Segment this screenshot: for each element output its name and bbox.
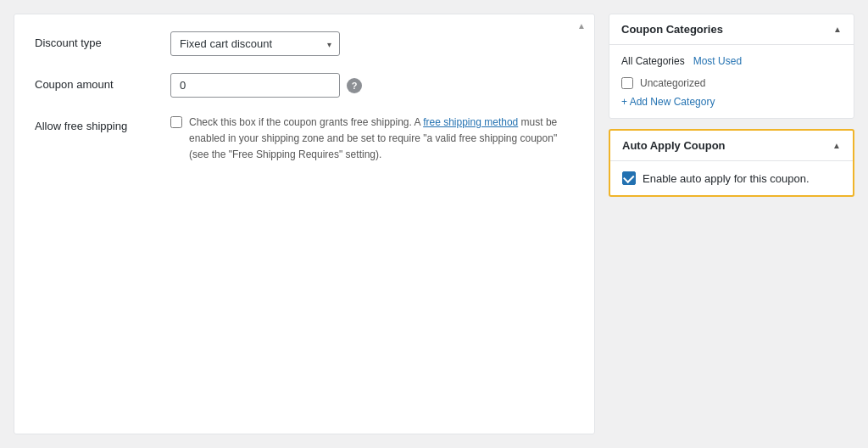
coupon-amount-label: Coupon amount [35, 73, 170, 91]
coupon-amount-row: Coupon amount ? [35, 73, 574, 98]
auto-apply-checkbox-checked[interactable] [622, 171, 636, 185]
coupon-categories-arrow-icon[interactable]: ▲ [833, 25, 842, 34]
coupon-amount-help-icon[interactable]: ? [347, 78, 362, 93]
coupon-categories-title: Coupon Categories [621, 23, 723, 36]
coupon-categories-box: Coupon Categories ▲ All Categories Most … [609, 14, 854, 119]
discount-type-select-wrapper: Fixed cart discount Percentage discount … [170, 31, 340, 56]
coupon-categories-header: Coupon Categories ▲ [609, 14, 854, 45]
scroll-up-arrow[interactable]: ▲ [577, 21, 586, 31]
free-shipping-checkbox-label[interactable]: Check this box if the coupon grants free… [170, 115, 574, 164]
coupon-amount-field: ? [170, 73, 574, 98]
category-uncategorized-label: Uncategorized [640, 77, 705, 89]
auto-apply-content: Enable auto apply for this coupon. [610, 161, 853, 195]
add-new-category-link[interactable]: + Add New Category [621, 96, 842, 108]
auto-apply-arrow-icon[interactable]: ▲ [832, 141, 841, 150]
tab-most-used[interactable]: Most Used [693, 55, 742, 67]
allow-free-shipping-row: Allow free shipping Check this box if th… [35, 115, 574, 164]
category-tabs: All Categories Most Used [621, 55, 842, 67]
auto-apply-enable-label: Enable auto apply for this coupon. [643, 172, 810, 185]
tab-all-categories[interactable]: All Categories [621, 55, 685, 67]
auto-apply-header: Auto Apply Coupon ▲ [610, 131, 853, 161]
category-uncategorized-item: Uncategorized [621, 77, 842, 89]
auto-apply-coupon-box: Auto Apply Coupon ▲ Enable auto apply fo… [609, 129, 854, 197]
auto-apply-checkbox-label[interactable]: Enable auto apply for this coupon. [622, 171, 841, 185]
auto-apply-title: Auto Apply Coupon [622, 139, 726, 152]
main-panel: ▲ Discount type Fixed cart discount Perc… [14, 14, 595, 434]
discount-type-field: Fixed cart discount Percentage discount … [170, 31, 574, 56]
free-shipping-method-link[interactable]: free shipping method [423, 116, 518, 128]
category-uncategorized-checkbox[interactable] [621, 77, 633, 89]
discount-type-select[interactable]: Fixed cart discount Percentage discount … [170, 31, 340, 56]
free-shipping-description: Check this box if the coupon grants free… [189, 115, 574, 164]
discount-type-row: Discount type Fixed cart discount Percen… [35, 31, 574, 56]
discount-type-label: Discount type [35, 31, 170, 49]
allow-free-shipping-label: Allow free shipping [35, 115, 170, 132]
sidebar: Coupon Categories ▲ All Categories Most … [609, 14, 854, 434]
coupon-categories-content: All Categories Most Used Uncategorized +… [609, 45, 854, 118]
allow-free-shipping-field: Check this box if the coupon grants free… [170, 115, 574, 164]
free-shipping-checkbox[interactable] [170, 116, 182, 128]
coupon-amount-input[interactable] [170, 73, 340, 98]
